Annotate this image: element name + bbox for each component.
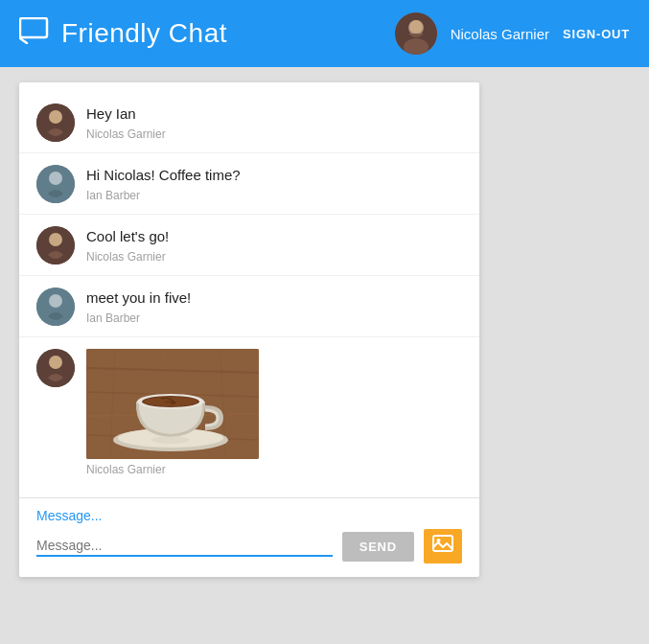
message-input[interactable] (36, 536, 333, 557)
svg-line-1 (20, 38, 27, 43)
message-item: Cool let's go! Nicolas Garnier (19, 215, 479, 276)
message-body: Hi Nicolas! Coffee time? Ian Barber (86, 165, 462, 208)
app-title: Friendly Chat (61, 18, 227, 49)
header-right: Nicolas Garnier SIGN-OUT (395, 12, 630, 55)
message-body: Cool let's go! Nicolas Garnier (86, 226, 462, 269)
avatar (36, 288, 75, 326)
message-input-wrapper (36, 536, 333, 557)
app-header: Friendly Chat Nicolas Garnier SIGN-OUT (0, 0, 649, 67)
image-upload-button[interactable] (424, 529, 462, 564)
svg-point-5 (409, 20, 423, 34)
message-text: Cool let's go! (86, 226, 462, 246)
input-area: Message... SEND (19, 497, 479, 577)
svg-point-11 (49, 233, 62, 246)
header-username: Nicolas Garnier (451, 26, 549, 42)
svg-point-9 (49, 172, 62, 185)
input-row: SEND (36, 529, 462, 564)
signout-button[interactable]: SIGN-OUT (563, 27, 630, 41)
message-text: Hi Nicolas! Coffee time? (86, 165, 462, 185)
chat-bubble-icon (19, 17, 50, 51)
message-body: Hey Ian Nicolas Garnier (86, 104, 462, 147)
messages-list: Hey Ian Nicolas Garnier Hi Nicolas! Coff… (19, 82, 479, 497)
message-item: Nicolas Garnier (19, 337, 479, 488)
user-avatar (395, 12, 437, 55)
message-sender: Nicolas Garnier (86, 250, 462, 264)
message-body: meet you in five! Ian Barber (86, 288, 462, 331)
message-sender: Ian Barber (86, 311, 462, 325)
avatar (36, 165, 75, 203)
message-item: Hey Ian Nicolas Garnier (19, 92, 479, 153)
message-sender: Ian Barber (86, 189, 462, 202)
avatar (36, 226, 75, 264)
svg-point-15 (49, 356, 62, 369)
svg-point-13 (49, 294, 62, 308)
svg-point-31 (151, 436, 190, 444)
svg-point-7 (49, 110, 62, 124)
message-body: Nicolas Garnier (86, 349, 462, 482)
avatar (36, 104, 75, 142)
send-button[interactable]: SEND (342, 532, 414, 562)
main-content: Hey Ian Nicolas Garnier Hi Nicolas! Coff… (0, 67, 649, 644)
chat-card: Hey Ian Nicolas Garnier Hi Nicolas! Coff… (19, 82, 479, 577)
header-left: Friendly Chat (19, 17, 227, 51)
message-sender: Nicolas Garnier (86, 127, 462, 141)
coffee-image (86, 349, 259, 459)
message-text: Hey Ian (86, 104, 462, 124)
message-text: meet you in five! (86, 288, 462, 308)
message-item: Hi Nicolas! Coffee time? Ian Barber (19, 153, 479, 215)
svg-rect-0 (20, 18, 47, 37)
message-placeholder-label[interactable]: Message... (36, 508, 462, 523)
message-item: meet you in five! Ian Barber (19, 276, 479, 337)
message-sender: Nicolas Garnier (86, 463, 462, 476)
avatar (36, 349, 75, 387)
image-icon (432, 535, 453, 559)
